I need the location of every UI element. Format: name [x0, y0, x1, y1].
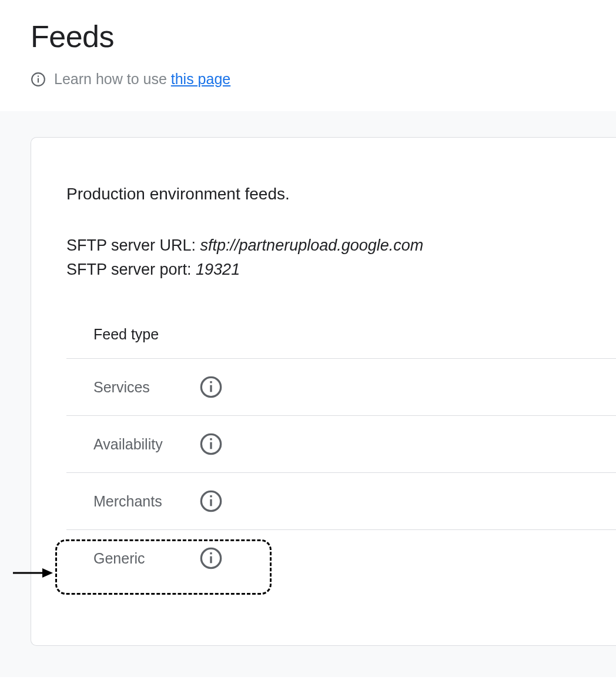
- help-prefix: Learn how to use: [54, 71, 171, 87]
- svg-rect-2: [38, 75, 39, 76]
- arrow-annotation-icon: [13, 561, 54, 585]
- page-title: Feeds: [31, 19, 585, 54]
- help-link[interactable]: this page: [171, 71, 230, 87]
- info-icon: [31, 72, 46, 87]
- help-text: Learn how to use this page: [54, 71, 230, 88]
- card-description: Production environment feeds.: [66, 185, 616, 204]
- sftp-url-line: SFTP server URL: sftp://partnerupload.go…: [66, 236, 616, 255]
- svg-rect-4: [210, 385, 212, 392]
- sftp-url-value: sftp://partnerupload.google.com: [200, 236, 424, 254]
- info-icon[interactable]: [199, 489, 223, 513]
- sftp-url-label: SFTP server URL:: [66, 236, 200, 254]
- feed-type-label: Generic: [93, 550, 182, 567]
- table-row: Availability: [66, 416, 616, 473]
- svg-rect-8: [210, 438, 212, 440]
- feeds-card: Production environment feeds. SFTP serve…: [31, 137, 616, 646]
- content-area: Production environment feeds. SFTP serve…: [0, 111, 616, 677]
- feed-type-label: Merchants: [93, 493, 182, 510]
- info-icon[interactable]: [199, 546, 223, 570]
- page-header: Feeds Learn how to use this page: [0, 0, 616, 111]
- feed-type-table: Feed type Services Availability Merc: [66, 326, 616, 586]
- svg-rect-10: [210, 499, 212, 506]
- help-row: Learn how to use this page: [31, 71, 585, 88]
- sftp-port-line: SFTP server port: 19321: [66, 261, 616, 279]
- feed-type-label: Availability: [93, 436, 182, 453]
- svg-rect-14: [210, 552, 212, 554]
- svg-rect-13: [210, 556, 212, 564]
- feed-type-label: Services: [93, 379, 182, 396]
- table-header: Feed type: [66, 326, 616, 359]
- svg-rect-11: [210, 495, 212, 497]
- svg-rect-7: [210, 442, 212, 449]
- sftp-port-value: 19321: [196, 261, 240, 278]
- sftp-port-label: SFTP server port:: [66, 261, 196, 278]
- table-row: Services: [66, 359, 616, 416]
- svg-marker-16: [42, 568, 53, 578]
- table-row: Merchants: [66, 473, 616, 530]
- info-icon[interactable]: [199, 432, 223, 456]
- svg-rect-5: [210, 381, 212, 383]
- info-icon[interactable]: [199, 375, 223, 399]
- svg-rect-1: [38, 78, 39, 82]
- table-row: Generic: [66, 530, 616, 586]
